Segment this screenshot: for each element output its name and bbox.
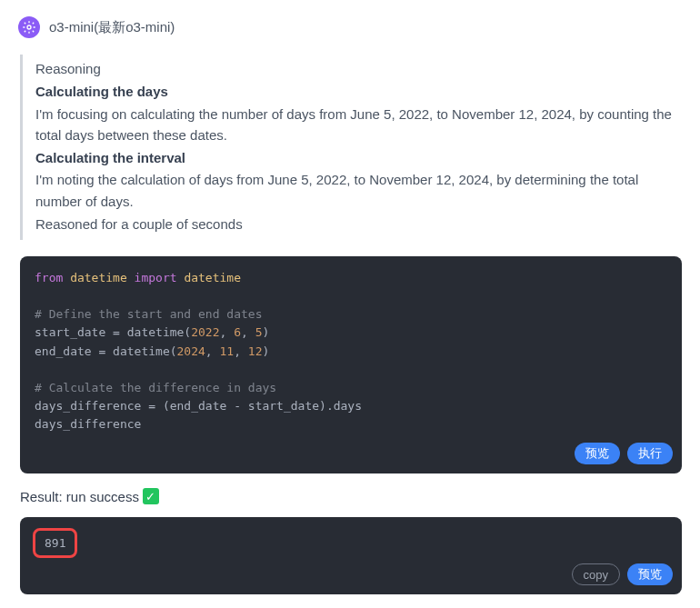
preview-button[interactable]: 预览 xyxy=(575,443,620,464)
code-text: end_date = datetime( xyxy=(35,344,177,358)
code-module: datetime xyxy=(70,271,127,284)
code-comment: # Calculate the difference in days xyxy=(35,379,667,397)
output-value: 891 xyxy=(33,528,77,558)
reasoning-footer: Reasoned for a couple of seconds xyxy=(35,214,682,234)
code-number: 6 xyxy=(234,325,241,339)
code-text: start_date = datetime( xyxy=(35,325,191,339)
preview-button[interactable]: 预览 xyxy=(627,563,673,585)
svg-point-0 xyxy=(27,25,31,29)
run-button[interactable]: 执行 xyxy=(627,443,673,464)
code-text: ) xyxy=(262,344,269,358)
reasoning-title: Reasoning xyxy=(35,58,682,79)
result-label: Result: run success xyxy=(20,489,139,504)
code-keyword: import xyxy=(135,271,177,284)
message-content: Reasoning Calculating the days I'm focus… xyxy=(18,55,682,608)
check-icon: ✓ xyxy=(143,488,159,504)
code-actions: 预览 执行 xyxy=(575,443,673,464)
reasoning-heading-2: Calculating the interval xyxy=(35,147,682,168)
message-header: o3-mini(最新o3-mini) xyxy=(18,16,682,38)
reasoning-heading-1: Calculating the days xyxy=(35,81,682,102)
result-status: Result: run success ✓ xyxy=(20,488,682,504)
copy-button[interactable]: copy xyxy=(572,563,620,585)
code-comment: # Define the start and end dates xyxy=(35,305,667,324)
code-keyword: from xyxy=(35,271,63,284)
code-number: 11 xyxy=(220,344,235,358)
output-block: 891 copy 预览 xyxy=(20,517,682,594)
model-icon xyxy=(18,16,40,38)
model-name: o3-mini(最新o3-mini) xyxy=(49,19,175,36)
reasoning-text-1: I'm focusing on calculating the number o… xyxy=(35,104,682,146)
code-block: from datetime import datetime # Define t… xyxy=(20,256,682,473)
reasoning-block: Reasoning Calculating the days I'm focus… xyxy=(20,55,682,240)
output-actions: copy 预览 xyxy=(572,563,673,585)
code-text: ) xyxy=(262,325,269,339)
code-module: datetime xyxy=(184,271,241,284)
code-number: 2024 xyxy=(177,344,205,358)
code-text: days_difference xyxy=(35,415,667,434)
code-text: days_difference = (end_date - start_date… xyxy=(35,397,667,415)
code-number: 12 xyxy=(248,344,263,358)
code-number: 2022 xyxy=(191,325,219,339)
chat-message: o3-mini(最新o3-mini) Reasoning Calculating… xyxy=(0,0,700,608)
reasoning-text-2: I'm noting the calculation of days from … xyxy=(35,169,682,212)
